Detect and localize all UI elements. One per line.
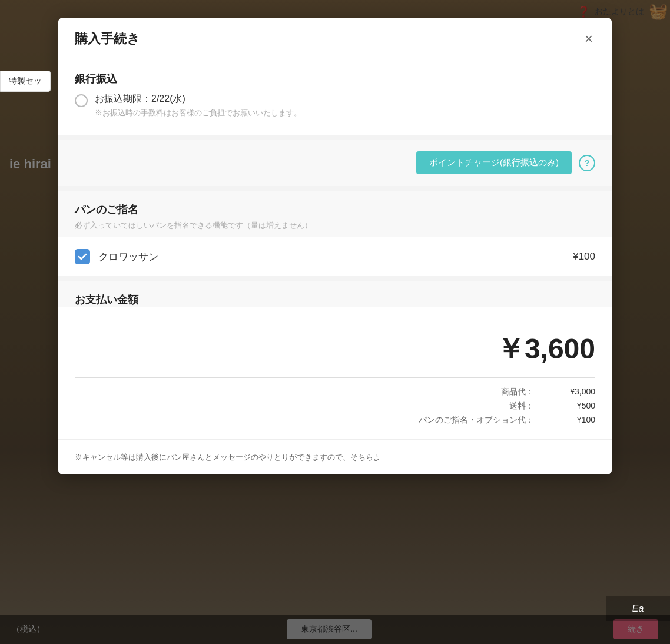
pan-item-left: クロワッサン [75, 249, 158, 264]
breakdown-option-label: パンのご指名・オプション代： [419, 415, 534, 426]
bank-note: ※お振込時の手数料はお客様のご負担でお願いいたします。 [95, 108, 301, 118]
modal-close-button[interactable]: × [582, 29, 595, 48]
bank-transfer-section: 銀行振込 お振込期限：2/22(水) ※お振込時の手数料はお客様のご負担でお願い… [58, 58, 612, 140]
note-text: ※キャンセル等は購入後にパン屋さんとメッセージのやりとりができますので、そちらよ [75, 453, 381, 462]
modal-backdrop: 購入手続き × 銀行振込 お振込期限：2/22(水) ※お振込時の手数料はお客様… [0, 0, 670, 644]
payment-total-amount: ￥3,600 [75, 330, 595, 377]
point-charge-button[interactable]: ポイントチャージ(銀行振込のみ) [416, 151, 572, 174]
breakdown-product-value: ¥3,000 [548, 387, 595, 397]
note-section: ※キャンセル等は購入後にパン屋さんとメッセージのやりとりができますので、そちらよ [58, 439, 612, 474]
bank-radio-row: お振込期限：2/22(水) ※お振込時の手数料はお客様のご負担でお願いいたします… [75, 93, 595, 118]
pan-nomination-header: パンのご指名 必ず入っていてほしいパンを指名できる機能です（量は増えません） [58, 191, 612, 237]
breakdown-shipping-label: 送料： [509, 401, 534, 411]
breakdown-shipping-value: ¥500 [548, 401, 595, 411]
pan-nomination-title: パンのご指名 [75, 203, 595, 217]
pan-nomination-desc: 必ず入っていてほしいパンを指名できる機能です（量は増えません） [75, 220, 595, 231]
payment-title: お支払い金額 [75, 293, 595, 307]
bank-transfer-title: 銀行振込 [75, 72, 595, 86]
checkmark-icon [78, 252, 87, 261]
breakdown-option-value: ¥100 [548, 415, 595, 426]
pan-item-price: ¥100 [573, 251, 595, 263]
point-charge-section: ポイントチャージ(銀行振込のみ) ? [58, 140, 612, 191]
special-set-button[interactable]: 特製セッ [0, 71, 51, 92]
point-help-icon[interactable]: ? [579, 155, 595, 171]
pan-item-row: クロワッサン ¥100 [58, 237, 612, 276]
bottom-right-corner: Ea [606, 596, 670, 621]
purchase-modal: 購入手続き × 銀行振込 お振込期限：2/22(水) ※お振込時の手数料はお客様… [58, 18, 612, 474]
modal-body[interactable]: 銀行振込 お振込期限：2/22(水) ※お振込時の手数料はお客様のご負担でお願い… [58, 58, 612, 474]
modal-title: 購入手続き [75, 30, 140, 48]
payment-section: お支払い金額 [58, 276, 612, 307]
bank-transfer-radio[interactable] [75, 94, 88, 107]
breakdown-row-product: 商品代： ¥3,000 [75, 385, 595, 399]
payment-breakdown: 商品代： ¥3,000 送料： ¥500 パンのご指名・オプション代： ¥100 [75, 385, 595, 439]
payment-total-area: ￥3,600 商品代： ¥3,000 送料： ¥500 パンのご指名・オプション… [58, 316, 612, 439]
breakdown-row-option: パンのご指名・オプション代： ¥100 [75, 413, 595, 427]
payment-divider [75, 377, 595, 378]
modal-header: 購入手続き × [58, 18, 612, 58]
bank-deadline: お振込期限：2/22(水) [95, 93, 301, 105]
breakdown-product-label: 商品代： [501, 387, 534, 397]
pan-item-name: クロワッサン [98, 250, 158, 264]
corner-text: Ea [632, 603, 644, 614]
bank-radio-text: お振込期限：2/22(水) ※お振込時の手数料はお客様のご負担でお願いいたします… [95, 93, 301, 118]
breakdown-row-shipping: 送料： ¥500 [75, 399, 595, 413]
pan-item-checkbox[interactable] [75, 249, 90, 264]
